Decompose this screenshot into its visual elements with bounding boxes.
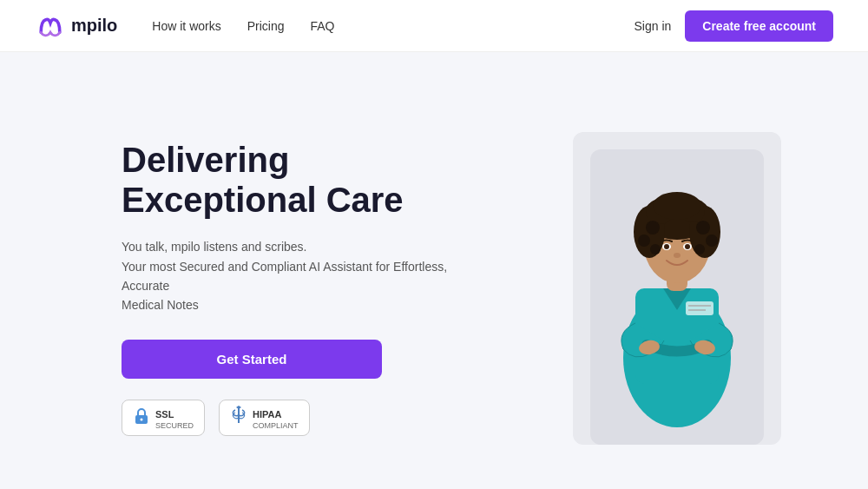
create-free-account-button[interactable]: Create free account (685, 10, 833, 42)
trust-badges: SSL SECURED HIPAA (122, 400, 486, 436)
nav-link-how-it-works[interactable]: How it works (152, 19, 220, 33)
ssl-badge-sub: SECURED (155, 421, 194, 430)
svg-point-20 (696, 221, 710, 235)
doctor-illustration (590, 149, 764, 445)
svg-point-1 (141, 418, 143, 420)
svg-point-27 (685, 244, 690, 249)
nav-item-how-it-works[interactable]: How it works (152, 18, 220, 34)
ssl-badge-title: SSL (155, 409, 174, 420)
logo: mpilo (35, 10, 117, 42)
nav-link-faq[interactable]: FAQ (311, 19, 335, 33)
hero-content: Delivering Exceptional Care You talk, mp… (122, 140, 486, 436)
logo-icon (35, 10, 66, 42)
logo-text: mpilo (71, 16, 117, 36)
hero-section: Delivering Exceptional Care You talk, mp… (0, 52, 868, 489)
navbar-right: Sign in Create free account (634, 10, 833, 42)
svg-rect-29 (686, 301, 713, 315)
nav-links: How it works Pricing FAQ (152, 18, 334, 34)
ssl-badge: SSL SECURED (122, 400, 205, 436)
svg-point-17 (653, 192, 701, 220)
caduceus-icon (230, 406, 247, 429)
get-started-button[interactable]: Get Started (122, 340, 382, 379)
svg-point-22 (650, 244, 661, 254)
navbar: mpilo How it works Pricing FAQ Sign in C… (0, 0, 868, 52)
hipaa-badge-sub: COMPLIANT (253, 421, 299, 430)
svg-marker-3 (236, 406, 241, 409)
svg-point-18 (646, 221, 660, 235)
hipaa-badge-title: HIPAA (253, 409, 281, 420)
hero-subtitle: You talk, mpilo listens and scribes. You… (122, 237, 486, 315)
nav-link-pricing[interactable]: Pricing (247, 19, 285, 33)
svg-point-26 (664, 244, 669, 249)
hero-title: Delivering Exceptional Care (122, 140, 486, 220)
svg-point-28 (674, 253, 681, 258)
nav-item-pricing[interactable]: Pricing (247, 18, 285, 34)
hipaa-badge: HIPAA COMPLIANT (219, 400, 310, 436)
ssl-icon (133, 407, 150, 428)
svg-point-23 (694, 244, 705, 254)
navbar-left: mpilo How it works Pricing FAQ (35, 10, 335, 42)
svg-point-19 (638, 235, 650, 247)
signin-link[interactable]: Sign in (634, 19, 671, 33)
hero-image (573, 132, 781, 445)
nav-item-faq[interactable]: FAQ (311, 18, 335, 34)
svg-point-21 (706, 235, 718, 247)
